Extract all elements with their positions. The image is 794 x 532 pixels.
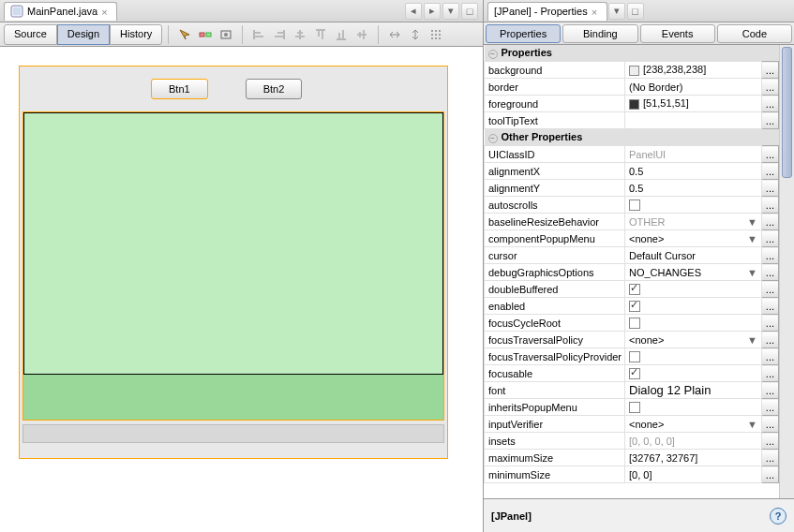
subtab-properties[interactable]: Properties	[486, 24, 561, 43]
editor-button[interactable]: ...	[761, 382, 778, 399]
align-top-icon[interactable]	[310, 24, 331, 45]
file-tab[interactable]: MainPanel.java ×	[4, 2, 117, 21]
tab-maximize-button[interactable]: □	[461, 3, 478, 20]
checkbox[interactable]	[629, 402, 640, 413]
grid-icon[interactable]	[426, 24, 446, 45]
chevron-down-icon[interactable]: ▼	[747, 334, 757, 346]
editor-button[interactable]: ...	[761, 197, 778, 214]
editor-button[interactable]: ...	[761, 315, 778, 332]
chevron-down-icon[interactable]: ▼	[747, 216, 757, 228]
checkbox[interactable]	[629, 318, 640, 329]
editor-button[interactable]: ...	[761, 466, 778, 483]
prop-row-cursor[interactable]: cursor Default Cursor ...	[485, 247, 779, 264]
prop-row-baseline[interactable]: baselineResizeBehavior OTHER▼ ...	[485, 214, 779, 230]
editor-button[interactable]: ...	[761, 62, 778, 79]
align-center-h-icon[interactable]	[290, 24, 310, 45]
canvas-button-1[interactable]: Btn1	[151, 79, 208, 99]
design-canvas[interactable]: Btn1 Btn2	[0, 47, 483, 532]
selection-tool-icon[interactable]	[174, 24, 195, 45]
prop-row-minsize[interactable]: minimumSize [0, 0] ...	[485, 466, 779, 483]
chevron-down-icon[interactable]: ▼	[747, 267, 757, 278]
editor-button[interactable]: ...	[761, 112, 778, 129]
checkbox[interactable]	[629, 301, 640, 312]
chevron-down-icon[interactable]: ▼	[747, 419, 757, 430]
tab-list-button[interactable]: ▾	[442, 3, 459, 20]
prop-row-maxsize[interactable]: maximumSize [32767, 32767] ...	[485, 450, 779, 466]
prop-row-background[interactable]: background [238,238,238] ...	[485, 62, 779, 79]
form-lower-panel[interactable]	[23, 375, 443, 420]
tab-prev-button[interactable]: ◂	[405, 3, 422, 20]
close-icon[interactable]: ×	[592, 7, 601, 16]
resize-v-icon[interactable]	[405, 24, 426, 45]
form-root[interactable]: Btn1 Btn2	[19, 66, 448, 459]
prop-row-inputverifier[interactable]: inputVerifier <none>▼ ...	[485, 416, 779, 433]
subtab-code[interactable]: Code	[717, 24, 792, 43]
checkbox[interactable]	[629, 200, 640, 211]
align-left-icon[interactable]	[248, 24, 269, 45]
editor-button[interactable]: ...	[761, 96, 778, 112]
tab-minimize-button[interactable]: □	[627, 3, 644, 20]
scrollbar[interactable]	[779, 45, 794, 498]
editor-button[interactable]: ...	[761, 230, 778, 247]
tab-list-button[interactable]: ▾	[608, 3, 625, 20]
prop-row-alignmenty[interactable]: alignmentY 0.5 ...	[485, 180, 779, 197]
editor-button[interactable]: ...	[761, 298, 778, 315]
editor-button[interactable]: ...	[761, 247, 778, 264]
editor-button[interactable]: ...	[761, 450, 778, 466]
editor-button[interactable]: ...	[761, 214, 778, 230]
section-properties[interactable]: −Properties	[485, 45, 779, 62]
checkbox[interactable]	[629, 284, 640, 295]
preview-tool-icon[interactable]	[216, 24, 236, 45]
collapse-icon[interactable]: −	[488, 50, 498, 59]
canvas-button-2[interactable]: Btn2	[246, 79, 303, 99]
prop-row-focuscycleroot[interactable]: focusCycleRoot ...	[485, 315, 779, 332]
subtab-events[interactable]: Events	[640, 24, 715, 43]
prop-row-componentpopup[interactable]: componentPopupMenu <none>▼ ...	[485, 230, 779, 247]
editor-button[interactable]: ...	[761, 365, 778, 382]
scrollbar-thumb[interactable]	[782, 47, 792, 178]
checkbox[interactable]	[629, 368, 640, 379]
prop-row-autoscrolls[interactable]: autoscrolls ...	[485, 197, 779, 214]
prop-row-enabled[interactable]: enabled ...	[485, 298, 779, 315]
collapse-icon[interactable]: −	[488, 134, 498, 143]
editor-button[interactable]: ...	[761, 399, 778, 416]
prop-row-border[interactable]: border (No Border) ...	[485, 79, 779, 96]
chevron-down-icon[interactable]: ▼	[747, 233, 757, 244]
properties-tab[interactable]: [JPanel] - Properties ×	[487, 2, 607, 21]
view-tab-source[interactable]: Source	[4, 24, 57, 45]
connection-tool-icon[interactable]	[195, 24, 216, 45]
align-center-v-icon[interactable]	[352, 24, 372, 45]
editor-button[interactable]: ...	[761, 332, 778, 348]
editor-button[interactable]: ...	[761, 264, 778, 281]
editor-button[interactable]: ...	[761, 416, 778, 433]
editor-button[interactable]: ...	[761, 281, 778, 298]
form-main-panel[interactable]	[22, 111, 444, 421]
editor-button[interactable]: ...	[761, 79, 778, 96]
prop-row-debuggraphics[interactable]: debugGraphicsOptions NO_CHANGES▼ ...	[485, 264, 779, 281]
checkbox[interactable]	[629, 351, 640, 362]
form-inner-panel[interactable]	[23, 112, 443, 375]
view-tab-design[interactable]: Design	[57, 24, 110, 45]
prop-row-doublebuffered[interactable]: doubleBuffered ...	[485, 281, 779, 298]
view-tab-history[interactable]: History	[110, 24, 162, 45]
form-footer-bar[interactable]	[22, 424, 444, 443]
prop-row-insets[interactable]: insets [0, 0, 0, 0] ...	[485, 433, 779, 450]
section-other[interactable]: −Other Properties	[485, 129, 779, 146]
prop-row-alignmentx[interactable]: alignmentX 0.5 ...	[485, 163, 779, 180]
prop-row-tooltiptext[interactable]: toolTipText ...	[485, 112, 779, 129]
align-bottom-icon[interactable]	[331, 24, 352, 45]
editor-button[interactable]: ...	[761, 163, 778, 180]
close-icon[interactable]: ×	[101, 7, 111, 16]
tab-next-button[interactable]: ▸	[424, 3, 441, 20]
prop-row-foreground[interactable]: foreground [51,51,51] ...	[485, 96, 779, 112]
prop-row-inheritspopup[interactable]: inheritsPopupMenu ...	[485, 399, 779, 416]
prop-row-font[interactable]: font Dialog 12 Plain ...	[485, 382, 779, 399]
editor-button[interactable]: ...	[761, 348, 778, 365]
editor-button[interactable]: ...	[761, 180, 778, 197]
prop-row-focusable[interactable]: focusable ...	[485, 365, 779, 382]
editor-button[interactable]: ...	[761, 433, 778, 450]
prop-row-focustraversalprovider[interactable]: focusTraversalPolicyProvider ...	[485, 348, 779, 365]
prop-row-uiclassid[interactable]: UIClassID PanelUI ...	[485, 146, 779, 163]
editor-button[interactable]: ...	[761, 146, 778, 163]
prop-row-focustraversalpolicy[interactable]: focusTraversalPolicy <none>▼ ...	[485, 332, 779, 348]
